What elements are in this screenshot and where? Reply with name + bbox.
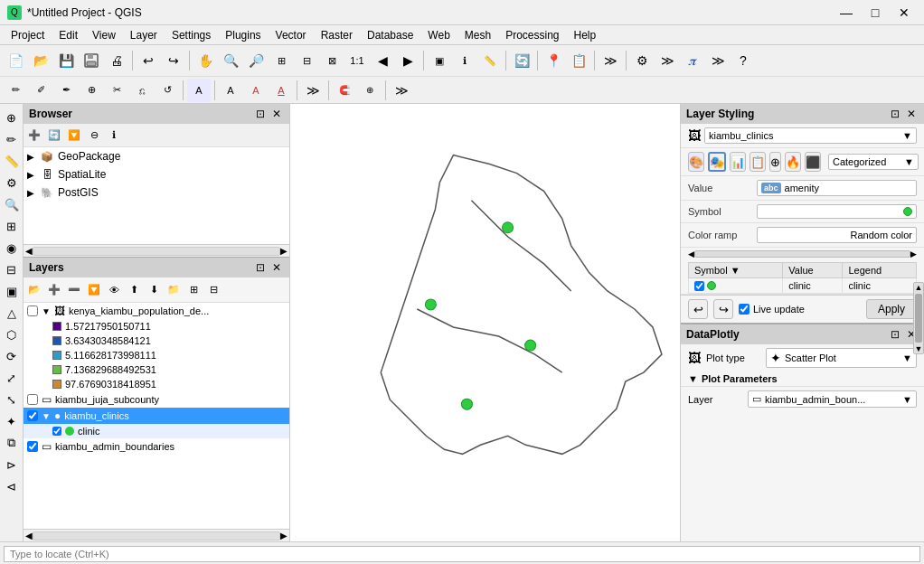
digitize-btn-2[interactable]: ✐ [29,79,52,102]
browser-spatialite[interactable]: ▶ 🗄 SpatiaLite [24,165,289,183]
left-tb-14[interactable]: ⤡ [2,390,22,409]
symbol-preview[interactable] [757,204,917,219]
digitize-btn-7[interactable]: ↺ [156,79,179,102]
snap-btn[interactable]: 🧲 [333,79,356,102]
menu-mesh[interactable]: Mesh [457,27,498,43]
settings-button[interactable]: ⚙ [630,49,654,72]
left-tb-18[interactable]: ⊲ [2,476,22,496]
left-tb-3[interactable]: 📏 [2,151,22,171]
undo-button[interactable]: ↩ [137,49,160,72]
layer-kenya-population-checkbox[interactable] [27,306,38,316]
sym-header-symbol[interactable]: Symbol ▼ [689,263,783,278]
menu-layer[interactable]: Layer [123,27,165,43]
left-tb-2[interactable]: ✏ [2,129,22,149]
menu-vector[interactable]: Vector [269,27,314,43]
digitize-btn-6[interactable]: ⎌ [130,79,154,102]
close-button[interactable]: ✕ [891,4,917,22]
layer-vis-btn[interactable]: 👁 [105,281,123,299]
layer-clinics[interactable]: ▼ ● kiambu_clinics [24,408,289,424]
help-button[interactable]: ? [731,49,755,72]
location-button[interactable]: 📍 [542,49,565,72]
scroll-right-btn[interactable]: ▶ [280,246,288,256]
left-tb-15[interactable]: ✦ [2,411,22,431]
browser-postgis[interactable]: ▶ 🐘 PostGIS [24,183,289,202]
clinic-point-4[interactable] [461,399,472,409]
left-tb-11[interactable]: ⬡ [2,324,22,344]
menu-edit[interactable]: Edit [52,27,85,43]
layers-float-btn[interactable]: ⊡ [253,260,268,275]
single-symbol-btn[interactable]: 🎨 [688,152,704,172]
new-project-button[interactable]: 📄 [4,49,27,72]
browser-float-btn[interactable]: ⊡ [253,107,268,121]
python-button[interactable]: 𝝅 [681,49,704,72]
browser-scrollbar[interactable]: ◀ ▶ [24,244,289,257]
zoom-in-tool[interactable]: 🔍 [219,49,242,72]
browser-collapse-btn[interactable]: ⊖ [85,127,103,145]
plot-type-dropdown[interactable]: ✦ Scatter Plot ▼ [766,348,917,368]
left-tb-6[interactable]: ⊞ [2,216,22,236]
left-tb-16[interactable]: ⧉ [2,433,22,453]
layers-scroll-left[interactable]: ◀ [25,531,33,540]
clinic-point-1[interactable] [503,222,514,233]
browser-close-btn[interactable]: ✕ [269,107,284,121]
zoom-selection-button[interactable]: ⊟ [295,49,318,72]
layer-add-btn[interactable]: ➕ [45,281,63,299]
value-field[interactable]: abc amenity [757,180,917,196]
browser-refresh-btn[interactable]: 🔄 [45,127,63,145]
more-button-1[interactable]: ≫ [599,49,622,72]
dp-layer-dropdown[interactable]: ▭ kiambu_admin_boun... ▼ [748,390,917,408]
sym-header-value[interactable]: Value [783,263,843,278]
label-btn-4[interactable]: A [269,79,293,102]
layer-juja-checkbox[interactable] [27,394,38,405]
menu-project[interactable]: Project [4,27,52,43]
layer-group-btn[interactable]: 📁 [165,281,183,299]
layer-admin-checkbox[interactable] [27,441,38,452]
rule-based-btn[interactable]: 📋 [750,152,766,172]
digitize-btn-1[interactable]: ✏ [4,79,27,102]
layer-filter-btn[interactable]: 🔽 [85,281,103,299]
zoom-layer-button[interactable]: ⊠ [320,49,344,72]
save-project-button[interactable]: 💾 [54,49,78,72]
left-tb-8[interactable]: ⊟ [2,259,22,279]
graduated-btn[interactable]: 📊 [730,152,746,172]
label-btn-2[interactable]: A [219,79,242,102]
sym-row-checkbox[interactable] [694,281,704,291]
left-tb-12[interactable]: ⟳ [2,346,22,366]
minimize-button[interactable]: — [834,4,859,22]
menu-settings[interactable]: Settings [165,27,218,43]
digitize-btn-4[interactable]: ⊕ [80,79,103,102]
redo-button[interactable]: ↪ [162,49,185,72]
right-vscroll[interactable]: ▲ ▼ [913,282,924,354]
layer-juja[interactable]: ▭ kiambu_juja_subcounty [24,391,289,408]
hscroll-left[interactable]: ◀ [688,249,694,258]
menu-view[interactable]: View [85,27,123,43]
next-extent-button[interactable]: ▶ [396,49,420,72]
zoom-native-button[interactable]: 1:1 [345,49,369,72]
mode-dropdown[interactable]: Categorized ▼ [828,154,919,170]
color-ramp-value[interactable]: Random color [757,227,917,243]
zoom-out-tool[interactable]: 🔎 [244,49,268,72]
browser-add-btn[interactable]: ➕ [25,127,43,145]
refresh-button[interactable]: 🔄 [510,49,533,72]
layer-up-btn[interactable]: ⬆ [125,281,143,299]
measure-tool[interactable]: 📏 [478,49,502,72]
layer-selector-dropdown[interactable]: kiambu_clinics ▼ [704,127,917,144]
prev-extent-button[interactable]: ◀ [371,49,394,72]
layer-clinics-checkbox[interactable] [27,410,38,421]
map-canvas[interactable] [290,104,680,541]
digitize-btn-3[interactable]: ✒ [54,79,78,102]
heatmap-btn[interactable]: 🔥 [785,152,801,172]
layer-down-btn[interactable]: ⬇ [145,281,163,299]
layers-scroll-right[interactable]: ▶ [280,531,288,540]
left-tb-4[interactable]: ⚙ [2,173,22,193]
layer-kenya-population[interactable]: ▼ 🖼 kenya_kiambu_population_de... [24,303,289,319]
pan-tool[interactable]: ✋ [193,49,217,72]
menu-web[interactable]: Web [420,27,457,43]
layer-open-btn[interactable]: 📂 [25,281,43,299]
label-btn-3[interactable]: A [244,79,268,102]
clinic-point-2[interactable] [425,299,436,310]
left-tb-1[interactable]: ⊕ [2,108,22,127]
styling-float-btn[interactable]: ⊡ [888,107,902,121]
dp-float-btn[interactable]: ⊡ [888,327,902,342]
left-tb-5[interactable]: 🔍 [2,194,22,214]
